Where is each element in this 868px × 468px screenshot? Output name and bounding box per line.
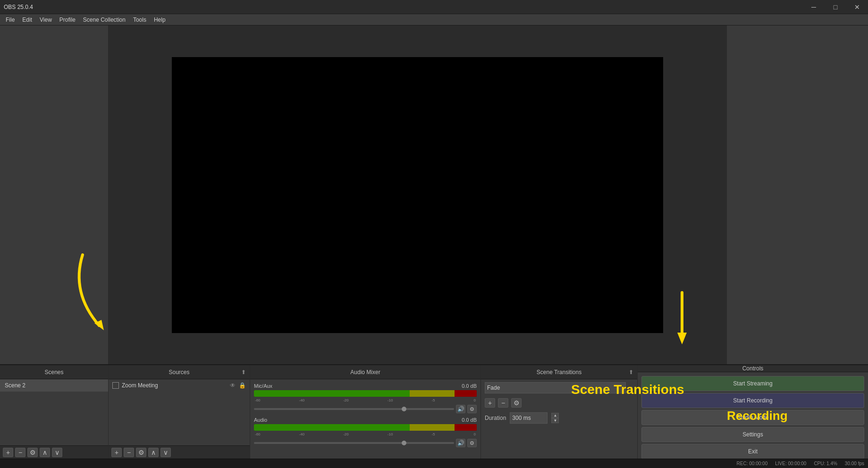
audio-track-name-desktop: Audio	[254, 417, 267, 423]
menubar: FileEditViewProfileScene CollectionTools…	[0, 14, 868, 25]
scenes-panel-title: Scenes	[44, 369, 63, 376]
source-remove-button[interactable]: −	[124, 448, 134, 457]
scene-item[interactable]: Scene 2	[0, 379, 108, 392]
bottom-panels: Scenes Scene 2 + − ⚙ ∧ ∨ Sources ⬆	[0, 364, 868, 459]
menu-item-view[interactable]: View	[36, 16, 56, 24]
duration-up-button[interactable]: ▲	[551, 413, 559, 418]
audio-mute-desktop[interactable]: 🔊	[456, 439, 465, 447]
scene-remove-button[interactable]: −	[15, 448, 25, 457]
scene-settings-button[interactable]: ⚙	[27, 448, 38, 457]
transition-toolbar: + − ⚙	[481, 396, 637, 410]
source-down-button[interactable]: ∨	[160, 448, 171, 457]
scene-transitions-panel: Scene Transitions ⬆ Fade Cut Stinger ▼ +…	[481, 365, 638, 459]
scene-transitions-expand-icon[interactable]: ⬆	[629, 369, 633, 376]
duration-spinners: ▲ ▼	[551, 413, 559, 423]
scenes-panel: Scenes Scene 2 + − ⚙ ∧ ∨	[0, 365, 109, 459]
audio-mixer-header: Audio Mixer	[250, 365, 480, 379]
transition-select-row: Fade Cut Stinger ▼	[481, 379, 637, 396]
transition-select[interactable]: Fade Cut Stinger	[485, 382, 626, 393]
source-lock-toggle[interactable]: 🔒	[238, 382, 246, 389]
audio-track-desktop: Audio 0.0 dB -60 -40 -20	[250, 415, 480, 449]
cpu-status: CPU: 1.4%	[814, 461, 837, 466]
studio-mode-button[interactable]: Studio Mode	[641, 410, 864, 425]
scenes-panel-header: Scenes	[0, 365, 108, 379]
audio-fader-mic[interactable]	[254, 408, 454, 410]
sources-panel-expand-icon[interactable]: ⬆	[241, 369, 246, 376]
source-type-icon	[112, 382, 119, 389]
source-settings-button[interactable]: ⚙	[136, 448, 146, 457]
scene-add-button[interactable]: +	[3, 448, 13, 457]
duration-input[interactable]	[510, 412, 548, 424]
menu-item-profile[interactable]: Profile	[56, 16, 79, 24]
audio-fader-thumb-mic	[402, 407, 406, 411]
menu-item-tools[interactable]: Tools	[129, 16, 150, 24]
fps-status: 30.00 fps	[845, 461, 864, 466]
audio-meter-bg-desktop	[254, 424, 477, 431]
menu-item-file[interactable]: File	[2, 16, 18, 24]
center-preview	[109, 25, 726, 364]
source-visibility-toggle[interactable]: 👁	[229, 382, 236, 389]
audio-settings-mic[interactable]: ⚙	[467, 405, 477, 413]
scene-down-button[interactable]: ∨	[52, 448, 62, 457]
duration-down-button[interactable]: ▼	[551, 418, 559, 423]
left-sidebar	[0, 25, 109, 364]
transition-settings-button[interactable]: ⚙	[511, 398, 522, 408]
audio-mute-mic[interactable]: 🔊	[456, 405, 465, 413]
transition-remove-button[interactable]: −	[498, 398, 508, 408]
minimize-button[interactable]: ─	[803, 0, 825, 14]
audio-mixer-title: Audio Mixer	[350, 369, 380, 376]
sources-panel: Sources ⬆ Zoom Meeting 👁 🔒 + − ⚙ ∧ ∨	[109, 365, 250, 459]
controls-panel: Controls Start Streaming Start Recording…	[638, 365, 868, 459]
audio-meter-desktop	[254, 424, 477, 431]
duration-row: Duration ▲ ▼	[481, 410, 637, 426]
start-recording-button[interactable]: Start Recording	[641, 393, 864, 408]
statusbar: REC: 00:00:00 LIVE: 00:00:00 CPU: 1.4% 3…	[0, 459, 868, 468]
controls-panel-header: Controls	[638, 365, 868, 372]
meter-red-mic	[455, 390, 477, 397]
titlebar: OBS 25.0.4 ─ □ ✕	[0, 0, 868, 14]
menu-item-scene-collection[interactable]: Scene Collection	[79, 16, 129, 24]
controls-buttons: Start Streaming Start Recording Studio M…	[638, 372, 868, 463]
audio-track-name-mic: Mic/Aux	[254, 383, 272, 389]
menu-item-edit[interactable]: Edit	[18, 16, 36, 24]
start-streaming-button[interactable]: Start Streaming	[641, 376, 864, 391]
meter-scale-mic: -60 -40 -20 -10 -5 0	[254, 398, 477, 402]
source-item-label: Zoom Meeting	[122, 382, 158, 389]
source-add-button[interactable]: +	[111, 448, 122, 457]
duration-label: Duration	[485, 415, 506, 421]
audio-mixer-panel: Audio Mixer Mic/Aux 0.0 dB	[250, 365, 481, 459]
scene-transitions-title: Scene Transitions	[537, 369, 581, 376]
app-title: OBS 25.0.4	[4, 4, 33, 10]
preview-canvas	[172, 57, 663, 333]
meter-yellow-mic	[410, 390, 454, 397]
sources-list: Zoom Meeting 👁 🔒	[109, 379, 250, 445]
meter-scale-desktop: -60 -40 -20 -10 -5 0	[254, 432, 477, 436]
audio-settings-desktop[interactable]: ⚙	[467, 439, 477, 447]
maximize-button[interactable]: □	[825, 0, 846, 14]
sources-panel-title: Sources	[169, 369, 189, 376]
controls-panel-title: Controls	[742, 365, 764, 372]
scenes-toolbar: + − ⚙ ∧ ∨	[0, 445, 108, 459]
audio-track-controls-mic: 🔊 ⚙	[254, 405, 477, 413]
sources-panel-header: Sources ⬆	[109, 365, 250, 379]
close-button[interactable]: ✕	[846, 0, 868, 14]
audio-track-mic: Mic/Aux 0.0 dB -60 -40 -20	[250, 381, 480, 415]
live-status: LIVE: 00:00:00	[775, 461, 806, 466]
preview-area	[0, 25, 868, 364]
meter-yellow-desktop	[410, 424, 454, 431]
menu-item-help[interactable]: Help	[150, 16, 169, 24]
audio-meter-mic	[254, 390, 477, 397]
source-item[interactable]: Zoom Meeting 👁 🔒	[109, 379, 250, 392]
audio-db-mic: 0.0 dB	[462, 383, 477, 389]
transition-add-button[interactable]: +	[485, 398, 495, 408]
source-up-button[interactable]: ∧	[148, 448, 159, 457]
scenes-list: Scene 2	[0, 379, 108, 445]
scene-up-button[interactable]: ∧	[40, 448, 50, 457]
audio-fader-desktop[interactable]	[254, 442, 454, 444]
exit-button[interactable]: Exit	[641, 444, 864, 459]
transition-arrow-icon: ▼	[629, 385, 633, 391]
meter-green-mic	[254, 390, 410, 397]
settings-button[interactable]: Settings	[641, 427, 864, 442]
meter-green-desktop	[254, 424, 410, 431]
audio-track-controls-desktop: 🔊 ⚙	[254, 439, 477, 447]
